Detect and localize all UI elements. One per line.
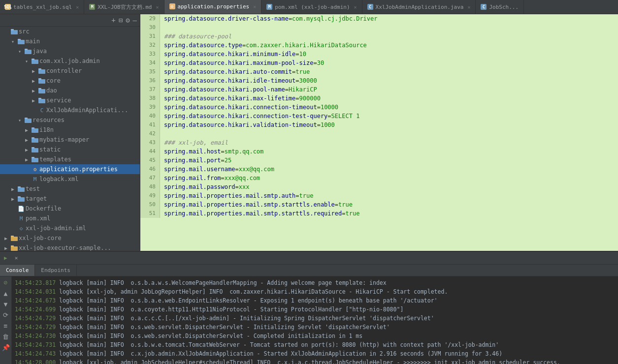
scroll-up-btn[interactable]: ▲: [1, 288, 11, 298]
line-code-30: [160, 23, 164, 32]
svg-rect-2: [18, 40, 25, 44]
tree-label-Dockerfile: Dockerfile: [26, 205, 140, 212]
console-output[interactable]: 14:54:23.817 logback [main] INFO o.s.b.a…: [12, 276, 618, 364]
tree-item-mybatis-mapper[interactable]: ▶mybatis-mapper: [0, 135, 140, 145]
sidebar-tree: src▾main▾java▾com.xxl.job.admin▶controll…: [0, 27, 140, 251]
tree-item-com[interactable]: ▾com.xxl.job.admin: [0, 56, 140, 66]
svg-rect-20: [32, 138, 38, 143]
tree-item-target[interactable]: ▶target: [0, 194, 140, 204]
tree-arrow-static[interactable]: ▶: [23, 147, 31, 152]
log-line: 14:54:24.031 logback [xxl-job, admin Job…: [15, 287, 615, 296]
tree-item-main[interactable]: ▾main: [0, 36, 140, 46]
tab-endpoints[interactable]: Endpoints: [35, 265, 77, 276]
sidebar-add-btn[interactable]: +: [111, 16, 115, 24]
tree-arrow-service[interactable]: ▶: [30, 98, 37, 103]
tree-icon-resources: [24, 116, 33, 124]
tab-md[interactable]: MXXL-JOB官方文档.md✕: [84, 0, 164, 14]
tree-item-controller[interactable]: ▶controller: [0, 66, 140, 76]
tree-arrow-i18n[interactable]: ▶: [23, 127, 31, 133]
line-number-43: 43: [140, 138, 160, 147]
svg-rect-33: [11, 245, 14, 247]
line-code-44: spring.mail.host=smtp.qq.com: [160, 147, 263, 156]
tree-item-src[interactable]: src: [0, 27, 140, 36]
tree-item-dao[interactable]: ▶dao: [0, 86, 140, 95]
tab-console[interactable]: Console: [0, 265, 35, 276]
tree-item-application.properties[interactable]: ⚙application.properties: [0, 164, 140, 174]
scroll-down-btn[interactable]: ▼: [1, 299, 11, 309]
svg-rect-22: [32, 148, 38, 152]
tab-sql[interactable]: SQLtables_xxl_job.sql✕: [0, 0, 84, 14]
tree-arrow-dao[interactable]: ▶: [30, 88, 37, 93]
tree-arrow-templates[interactable]: ▶: [23, 157, 31, 162]
code-line-29: 29spring.datasource.driver-class-name=co…: [140, 14, 618, 23]
svg-rect-7: [32, 59, 34, 60]
tab-close-pom[interactable]: ✕: [354, 4, 357, 10]
tree-icon-Dockerfile: 📄: [17, 205, 26, 212]
tree-arrow-target[interactable]: ▶: [9, 196, 17, 202]
tree-label-templates: templates: [39, 156, 140, 163]
tree-arrow-test[interactable]: ▶: [9, 186, 17, 192]
line-number-31: 31: [140, 32, 160, 41]
tab-icon-sched: C: [481, 4, 487, 10]
tab-close-java[interactable]: ✕: [467, 4, 470, 10]
wrap-btn[interactable]: ≡: [1, 321, 11, 331]
tree-item-pom.xml[interactable]: Mpom.xml: [0, 213, 140, 223]
tree-item-templates[interactable]: ▶templates: [0, 154, 140, 164]
line-number-46: 46: [140, 165, 160, 174]
tab-props[interactable]: ⚙application.properties✕: [164, 0, 262, 14]
code-line-35: 35spring.datasource.hikari.auto-commit=t…: [140, 67, 618, 76]
tree-item-service[interactable]: ▶service: [0, 95, 140, 105]
tree-item-core[interactable]: ▶core: [0, 76, 140, 86]
endpoints-tab-label: Endpoints: [41, 267, 70, 273]
tab-java[interactable]: CXxlJobAdminApplication.java✕: [362, 0, 476, 14]
tree-item-i18n[interactable]: ▶i18n: [0, 125, 140, 135]
line-code-48: spring.mail.password=xxx: [160, 182, 249, 191]
tree-arrow-xxl-job-executor[interactable]: ▶: [2, 245, 10, 251]
tab-close-md[interactable]: ✕: [156, 4, 159, 10]
tab-close-props[interactable]: ✕: [253, 4, 256, 9]
tab-pom[interactable]: Mpom.xml (xxl-job-admin)✕: [261, 0, 362, 14]
tree-icon-target: [17, 195, 26, 203]
tab-bar: SQLtables_xxl_job.sql✕MXXL-JOB官方文档.md✕⚙a…: [0, 0, 618, 14]
tree-item-resources[interactable]: ▾resources: [0, 115, 140, 125]
restart-btn[interactable]: ⟳: [1, 310, 11, 320]
tree-item-xxl-job-executor[interactable]: ▶xxl-job-executor-sample...: [0, 243, 140, 251]
tree-item-Dockerfile[interactable]: 📄Dockerfile: [0, 204, 140, 213]
tree-label-core: core: [46, 77, 140, 84]
clear-btn[interactable]: 🗑: [1, 332, 11, 341]
tree-arrow-xxl-job-core[interactable]: ▶: [2, 236, 10, 241]
tab-sched[interactable]: CJobSch...: [476, 0, 524, 14]
svg-rect-32: [11, 246, 18, 251]
tree-icon-service: [37, 96, 46, 104]
sidebar-close-btn[interactable]: —: [133, 16, 137, 24]
tree-item-logback.xml[interactable]: Mlogback.xml: [0, 174, 140, 184]
tree-arrow-main[interactable]: ▾: [9, 39, 17, 44]
tree-icon-dao: [37, 87, 46, 94]
tree-arrow-controller[interactable]: ▶: [30, 68, 37, 74]
tree-icon-xxl-job-admin.iml: ◇: [17, 224, 26, 232]
tree-arrow-resources[interactable]: ▾: [16, 118, 24, 123]
tree-arrow-core[interactable]: ▶: [30, 78, 37, 84]
tree-item-xxl-job-admin.iml[interactable]: ◇xxl-job-admin.iml: [0, 223, 140, 233]
bottom-panel: ▶ ✕ Console Endpoints ⊘▲▼⟳≡🗑📌 14:54:23.8…: [0, 251, 618, 364]
sidebar-collapse-btn[interactable]: ⊟: [119, 16, 123, 24]
tab-close-sql[interactable]: ✕: [76, 4, 79, 10]
run-close-btn[interactable]: ✕: [15, 255, 18, 261]
line-number-45: 45: [140, 156, 160, 165]
tree-item-xxl-job-core[interactable]: ▶xxl-job-core: [0, 233, 140, 243]
code-line-42: 42: [140, 129, 618, 138]
code-content[interactable]: 29spring.datasource.driver-class-name=co…: [140, 14, 618, 251]
tree-arrow-com[interactable]: ▾: [23, 59, 31, 64]
pin-btn[interactable]: 📌: [1, 342, 11, 352]
stop-btn[interactable]: ⊘: [1, 277, 11, 287]
svg-rect-18: [32, 128, 38, 133]
tree-item-test[interactable]: ▶test: [0, 184, 140, 194]
tree-arrow-mybatis-mapper[interactable]: ▶: [23, 137, 31, 143]
line-code-43: ### xxl-job, email: [160, 138, 228, 147]
code-line-48: 48spring.mail.password=xxx: [140, 182, 618, 191]
sidebar-settings-btn[interactable]: ⚙: [126, 16, 130, 24]
tree-arrow-java[interactable]: ▾: [16, 49, 24, 54]
tree-item-static[interactable]: ▶static: [0, 145, 140, 154]
tree-item-XxlJobAdminApplication[interactable]: CXxlJobAdminApplicati...: [0, 105, 140, 115]
tree-item-java[interactable]: ▾java: [0, 46, 140, 56]
